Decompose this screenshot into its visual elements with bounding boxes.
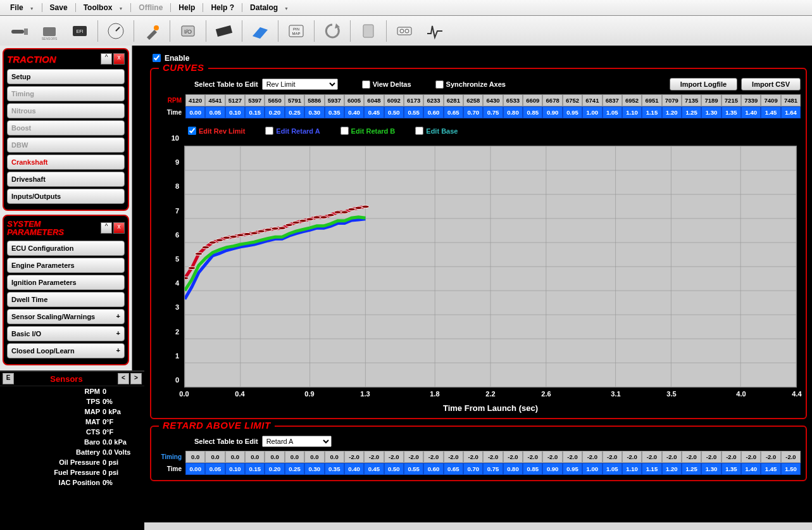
menu-toolbox[interactable]: Toolbox: [77, 3, 130, 12]
data-cell[interactable]: -2.0: [741, 451, 761, 463]
data-cell[interactable]: -2.0: [622, 451, 642, 463]
data-cell[interactable]: -2.0: [682, 451, 701, 463]
data-cell[interactable]: 6741: [582, 94, 602, 106]
data-cell[interactable]: 7189: [701, 94, 721, 106]
pinmap-icon[interactable]: PINMAP: [282, 18, 310, 44]
data-cell[interactable]: 6609: [523, 94, 542, 106]
data-cell[interactable]: 0.0: [325, 451, 344, 463]
data-cell[interactable]: 0.50: [384, 106, 404, 118]
sidebar-item-closed-loop-learn[interactable]: Closed Loop/Learn+: [7, 343, 125, 358]
data-cell[interactable]: 0.0: [185, 451, 205, 463]
edit-retard-b-checkbox[interactable]: Edit Retard B: [338, 125, 396, 137]
data-cell[interactable]: 5937: [325, 94, 344, 106]
data-cell[interactable]: 7339: [741, 94, 761, 106]
data-cell[interactable]: 0.95: [563, 106, 582, 118]
data-cell[interactable]: 0.85: [523, 463, 542, 475]
data-cell[interactable]: 0.15: [245, 106, 265, 118]
data-cell[interactable]: 5397: [245, 94, 265, 106]
data-cell[interactable]: -2.0: [384, 451, 404, 463]
data-cell[interactable]: 0.0: [285, 451, 304, 463]
data-cell[interactable]: 0.90: [542, 463, 562, 475]
data-cell[interactable]: 1.30: [701, 463, 721, 475]
data-cell[interactable]: 1.05: [603, 106, 622, 118]
sensors-expand-icon[interactable]: E: [3, 373, 14, 384]
data-cell[interactable]: -2.0: [483, 451, 503, 463]
data-cell[interactable]: 0.05: [205, 106, 225, 118]
io-icon[interactable]: I/O: [174, 18, 202, 44]
data-cell[interactable]: 0.90: [542, 106, 562, 118]
data-cell[interactable]: 0.20: [265, 463, 284, 475]
data-cell[interactable]: 0.30: [304, 106, 324, 118]
data-cell[interactable]: -2.0: [503, 451, 523, 463]
horizontal-scrollbar[interactable]: [132, 522, 812, 530]
data-cell[interactable]: 1.25: [682, 463, 701, 475]
data-cell[interactable]: 7481: [781, 94, 801, 106]
menu-offline[interactable]: Offline: [132, 3, 169, 12]
data-cell[interactable]: 4541: [205, 94, 225, 106]
data-cell[interactable]: 0.0: [304, 451, 324, 463]
data-cell[interactable]: 0.25: [285, 106, 304, 118]
tire-icon[interactable]: [210, 18, 238, 44]
data-cell[interactable]: -2.0: [364, 451, 384, 463]
data-cell[interactable]: 0.70: [463, 463, 483, 475]
data-cell[interactable]: 0.40: [344, 106, 364, 118]
data-cell[interactable]: 6533: [503, 94, 523, 106]
data-cell[interactable]: 1.05: [603, 463, 622, 475]
data-cell[interactable]: 0.60: [423, 106, 443, 118]
data-cell[interactable]: 0.10: [225, 463, 245, 475]
data-cell[interactable]: 0.50: [384, 463, 404, 475]
data-cell[interactable]: 6005: [344, 94, 364, 106]
edit-rev-limit-checkbox[interactable]: Edit Rev Limit: [185, 125, 245, 137]
offset-curves-button[interactable]: Offset Editable Curves: [725, 127, 801, 136]
retard-table-select[interactable]: Retard A: [262, 436, 332, 447]
waveform-icon[interactable]: [421, 18, 449, 44]
dash-icon[interactable]: [390, 18, 418, 44]
data-cell[interactable]: 1.40: [741, 106, 761, 118]
data-cell[interactable]: 5127: [225, 94, 245, 106]
data-cell[interactable]: 6233: [423, 94, 443, 106]
data-cell[interactable]: 0.25: [285, 463, 304, 475]
data-cell[interactable]: 0.95: [563, 463, 582, 475]
data-cell[interactable]: 0.55: [404, 463, 423, 475]
sidebar-item-ecu-configuration[interactable]: ECU Configuration: [7, 241, 125, 256]
data-cell[interactable]: 1.15: [642, 106, 661, 118]
data-cell[interactable]: 1.45: [761, 463, 780, 475]
data-cell[interactable]: 1.50: [781, 463, 801, 475]
data-cell[interactable]: 0.0: [205, 451, 225, 463]
data-cell[interactable]: 6430: [483, 94, 503, 106]
data-cell[interactable]: 0.05: [205, 463, 225, 475]
data-cell[interactable]: 7135: [682, 94, 701, 106]
data-cell[interactable]: 0.00: [185, 463, 205, 475]
data-cell[interactable]: 0.0: [265, 451, 284, 463]
data-cell[interactable]: 7409: [761, 94, 780, 106]
data-cell[interactable]: -2.0: [444, 451, 463, 463]
data-cell[interactable]: 0.20: [265, 106, 284, 118]
import-csv-button[interactable]: Import CSV: [741, 78, 801, 91]
data-cell[interactable]: 1.10: [622, 463, 642, 475]
sidebar-item-sensor-scaling-warnings[interactable]: Sensor Scaling/Warnings+: [7, 309, 125, 324]
minimize-icon[interactable]: ^: [101, 222, 112, 234]
data-cell[interactable]: -2.0: [344, 451, 364, 463]
data-cell[interactable]: 6173: [404, 94, 423, 106]
data-cell[interactable]: 1.64: [781, 106, 801, 118]
data-cell[interactable]: 6837: [603, 94, 622, 106]
sidebar-item-ignition-parameters[interactable]: Ignition Parameters: [7, 275, 125, 290]
sync-axes-checkbox[interactable]: Synchronize Axes: [433, 79, 506, 91]
close-icon[interactable]: x: [113, 53, 125, 65]
data-cell[interactable]: 1.15: [642, 463, 661, 475]
data-cell[interactable]: 0.15: [245, 463, 265, 475]
data-cell[interactable]: 6952: [622, 94, 642, 106]
sidebar-item-crankshaft[interactable]: Crankshaft: [7, 155, 125, 170]
data-cell[interactable]: 6092: [384, 94, 404, 106]
import-logfile-button[interactable]: Import Logfile: [670, 78, 737, 91]
data-cell[interactable]: 0.85: [523, 106, 542, 118]
data-cell[interactable]: -2.0: [523, 451, 542, 463]
data-cell[interactable]: 1.20: [662, 106, 682, 118]
data-cell[interactable]: -2.0: [721, 451, 741, 463]
data-cell[interactable]: 1.00: [582, 463, 602, 475]
data-cell[interactable]: 0.0: [225, 451, 245, 463]
data-cell[interactable]: 6951: [642, 94, 661, 106]
data-cell[interactable]: 6752: [563, 94, 582, 106]
data-cell[interactable]: -2.0: [603, 451, 622, 463]
grid3d-icon[interactable]: [246, 18, 274, 44]
